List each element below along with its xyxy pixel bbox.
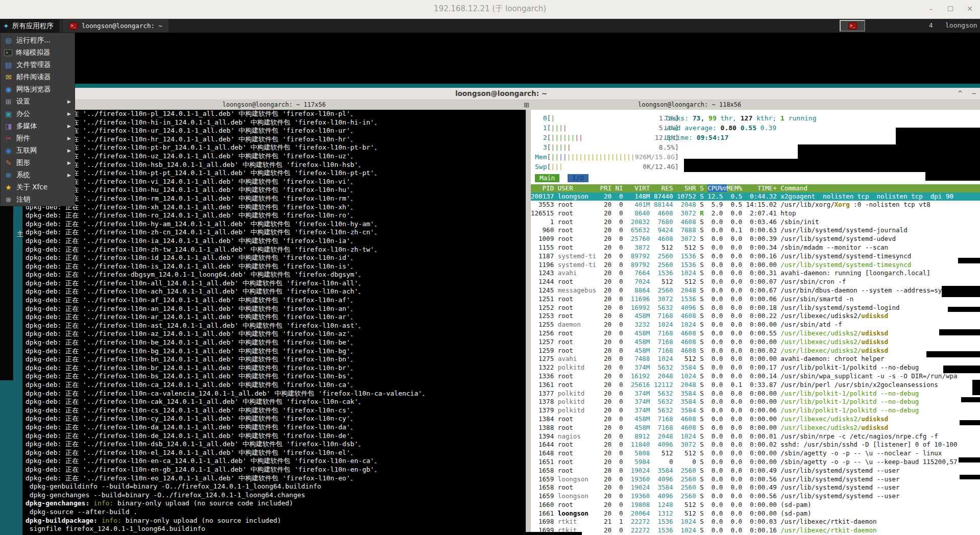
process-row[interactable]: 1659 loongson 20 0 19360 4096 2560 S 0.0… (531, 475, 980, 484)
terminal-output-line: dpkg-deb: 正在 '../firefox-l10n-hy-am_124.… (22, 220, 526, 229)
process-row[interactable]: 1322 polkitd 20 0 374M 5632 3584 S 0.0 0… (531, 363, 980, 372)
htop-info-line: Load average: 0.80 0.55 0.39 (665, 123, 816, 133)
terminal-output-line: dpkg-deb: 正在 '../firefox-l10n-en-gb_124.… (22, 466, 526, 474)
menu-item-run-program[interactable]: ◎运行程序... (1, 34, 75, 46)
menu-item-terminal-emulator[interactable]: >_终端模拟器 (1, 46, 75, 59)
htop-meter: 0[| 1.3%] (535, 113, 679, 123)
taskbar-item-terminal[interactable]: >_ loongson@loongarch: ~ (63, 19, 168, 32)
process-row[interactable]: 1658 root 20 0 19024 3584 2560 S 0.0 0.0… (531, 467, 980, 475)
menu-item-multimedia[interactable]: ◨多媒体▶ (1, 120, 75, 132)
menu-item-logout[interactable]: ⊗注销 (1, 193, 75, 206)
process-row[interactable]: 1257 root 20 0 458M 7168 4608 S 0.0 0.0 … (531, 338, 980, 347)
right-pane-title: loongson@loongarch: ~ 118x56 (638, 100, 741, 110)
htop-header-row[interactable]: PID USER PRI NI VIRT RES SHR S CPU%▽MEM%… (531, 184, 980, 192)
process-row[interactable]: 1244 root 20 0 7024 512 512 S 0.0 0.0 0:… (531, 278, 980, 286)
htop-terminal-pane[interactable]: 0[| 1.3%] 1[|||| 5.4%] 2[|||||||| 12.5%]… (531, 110, 980, 535)
terminal-output-line: dpkg-deb: 正在 '../firefox-l10n-en-ca_124.… (22, 457, 526, 466)
menu-item-internet[interactable]: ◉互联网▶ (1, 144, 75, 157)
systray-terminal-button[interactable]: >_ (840, 20, 865, 32)
submenu-arrow-icon: ▶ (67, 173, 71, 178)
home-folder-icon-label[interactable]: 主 (17, 230, 23, 239)
htop-info-line: Uptime: 09:54:17 (665, 133, 816, 142)
process-row[interactable]: 1651 root 20 0 5984 0 0 S 0.0 0.0 0:00.0… (531, 458, 980, 467)
grid-layout-icon[interactable]: ⊞ (524, 100, 529, 110)
process-row[interactable]: 3553 root 20 0 401M 88144 2048 S 5.9 0.5… (531, 201, 980, 209)
terminal-output-line: dpkg-deb: 正在 '../firefox-l10n-zh-tw_124.… (22, 246, 526, 254)
terminal-icon: >_ (4, 50, 12, 56)
process-row[interactable]: 1394 nagios 20 0 8912 2048 1024 S 0.0 0.… (531, 432, 980, 441)
menu-item-system[interactable]: ⊛系统▶ (1, 169, 75, 181)
menu-item-about-xfce[interactable]: ★关于 Xfce (1, 181, 75, 193)
process-row[interactable]: 1243 avahi 20 0 7664 1536 1024 S 0.0 0.0… (531, 269, 980, 278)
menu-item-web-browser[interactable]: ◉网络浏览器 (1, 83, 75, 95)
redaction-box (939, 329, 980, 335)
terminal-output-line: dpkg-deb: 正在 '../firefox-l10n-hi-in_124.… (22, 118, 526, 127)
menu-item-label: 注销 (16, 195, 30, 204)
process-row[interactable]: 1379 polkitd 20 0 374M 5632 3584 S 0.0 0… (531, 406, 980, 415)
terminal-output-line: dpkg-deb: 正在 '../firefox-l10n-bg_124.0.1… (22, 347, 526, 356)
left-terminal-pane[interactable]: dpkg-deb: 正在 '../firefox-l10n-pl_124.0.1… (22, 110, 526, 535)
xfce-panel: ✦ 所有应用程序 >_ loongson@loongarch: ~ >_ 4 l… (0, 19, 980, 33)
process-row[interactable]: 1256 root 20 0 458M 7168 4608 S 0.0 0.0 … (531, 329, 980, 338)
htop-meter: Mem[|||||||||||||||||||||926M/15.8G] (535, 152, 679, 162)
terminal-window-titlebar[interactable]: loongson@loongarch: ~ (22, 88, 980, 100)
htop-tab-main[interactable]: Main (535, 174, 559, 182)
process-row[interactable]: 1648 root 20 0 5808 512 512 S 0.0 0.0 0:… (531, 449, 980, 458)
process-row[interactable]: 1699 rtkit 20 0 22272 1536 1024 S 0.0 0.… (531, 526, 980, 535)
process-row[interactable]: 1253 root 20 0 458M 7168 4608 S 0.0 0.0 … (531, 312, 980, 321)
process-row[interactable]: 1644 root 20 0 11840 4096 3072 S 0.0 0.0… (531, 441, 980, 449)
process-row[interactable]: 1259 root 20 0 458M 7168 4608 S 0.0 0.0 … (531, 347, 980, 355)
menu-item-office[interactable]: ▣办公▶ (1, 108, 75, 120)
pane-divider[interactable] (526, 110, 531, 535)
process-row[interactable]: 1377 polkitd 20 0 374M 5632 3584 S 0.0 0… (531, 390, 980, 398)
menu-item-label: 邮件阅读器 (16, 72, 51, 82)
terminal-output-line: dpkg-deb: 正在 '../firefox-l10n-bs_124.0.1… (22, 372, 526, 381)
process-row[interactable]: 126515 root 20 0 8640 4608 3072 R 2.0 0.… (531, 209, 980, 218)
menu-item-file-manager[interactable]: ▤文件管理器 (1, 59, 75, 71)
process-row[interactable]: 1658 root 20 0 19024 3584 2560 S 0.0 0.0… (531, 483, 980, 492)
process-row[interactable]: 1659 loongson 20 0 19360 4096 2560 S 0.0… (531, 492, 980, 501)
terminal-output-line: dpkg-deb: 正在 '../firefox-l10n-an_124.0.1… (22, 305, 526, 313)
process-row[interactable]: 1361 root 20 0 25616 12112 2048 S 0.0 0.… (531, 381, 980, 390)
process-row[interactable]: 1255 daemon 20 0 3232 1024 1024 S 0.0 0.… (531, 321, 980, 329)
submenu-arrow-icon: ▶ (67, 99, 71, 104)
remote-viewer-titlebar: 192.168.12.21 (于 loongarch) – ☐ ✕ (0, 0, 980, 19)
menu-item-settings[interactable]: ⊞设置▶ (1, 95, 75, 108)
minimize-icon[interactable]: – (926, 5, 936, 13)
htop-info-line: Tasks: 73, 99 thr, 127 kthr; 1 running (665, 113, 816, 123)
process-row[interactable]: 1661 loongson 20 0 20064 1312 512 S 0.0 … (531, 509, 980, 518)
htop-selected-row[interactable]: 200137 loongson 20 0 148M 87440 10752 S … (531, 192, 980, 201)
process-row[interactable]: 1196 systemd-ti 20 0 89792 2560 1536 S 0… (531, 261, 980, 270)
process-row[interactable]: 1388 root 20 0 458M 7168 4608 S 0.0 0.0 … (531, 424, 980, 432)
sort-column-cpu[interactable]: CPU%▽ (707, 184, 727, 192)
submenu-arrow-icon: ▶ (67, 136, 71, 141)
redaction-box (942, 286, 980, 297)
menu-item-mail-reader[interactable]: ✉邮件阅读器 (1, 71, 75, 83)
menu-item-graphics[interactable]: ✎图形▶ (1, 157, 75, 169)
process-row[interactable]: 1252 root 20 0 16992 5632 4096 S 0.0 0.0… (531, 304, 980, 312)
process-row[interactable]: 1660 root 20 0 19808 1248 512 S 0.0 0.0 … (531, 501, 980, 509)
process-row[interactable]: 1698 rtkit 21 1 22272 1536 1024 S 0.0 0.… (531, 518, 980, 526)
submenu-arrow-icon: ▶ (67, 148, 71, 153)
menu-item-label: 终端模拟器 (16, 48, 51, 57)
process-row[interactable]: 1251 root 20 0 11696 3072 1536 S 0.0 0.0… (531, 295, 980, 304)
process-row[interactable]: 1245 messagebus 20 0 8864 2560 2048 S 0.… (531, 286, 980, 295)
menu-item-accessories[interactable]: ✂附件▶ (1, 132, 75, 144)
applications-menu-button[interactable]: ✦ 所有应用程序 (0, 19, 59, 33)
shade-icon[interactable]: ^ (956, 90, 964, 97)
process-row[interactable]: 1384 root 20 0 458M 7168 4608 S 0.0 0.0 … (531, 415, 980, 424)
workspace-badge[interactable]: 4 (929, 22, 933, 29)
htop-tab-io[interactable]: I/O (568, 174, 589, 182)
maximize-icon[interactable]: ☐ (945, 5, 955, 13)
minimize-icon[interactable]: − (970, 90, 978, 97)
process-row[interactable]: 960 root 20 0 65632 9424 7888 S 0.0 0.1 … (531, 226, 980, 235)
process-row[interactable]: 1009 root 20 0 25760 4608 3072 S 0.0 0.0… (531, 235, 980, 244)
close-icon[interactable]: ✕ (965, 5, 975, 13)
menu-item-label: 附件 (16, 134, 30, 143)
process-row[interactable]: 1378 polkitd 20 0 374M 5632 3584 S 0.0 0… (531, 398, 980, 406)
process-row[interactable]: 1187 systemd-ti 20 0 89792 2560 1536 S 0… (531, 252, 980, 261)
process-row[interactable]: 1336 root 20 0 16192 2048 1024 S 0.0 0.0… (531, 372, 980, 381)
process-row[interactable]: 1 root 20 0 20832 7680 4608 S 0.0 0.0 0:… (531, 218, 980, 227)
process-row[interactable]: 1275 avahi 20 0 7488 1024 512 S 0.0 0.0 … (531, 355, 980, 363)
process-row[interactable]: 1155 root 20 0 3872 512 512 S 0.0 0.0 0:… (531, 244, 980, 252)
